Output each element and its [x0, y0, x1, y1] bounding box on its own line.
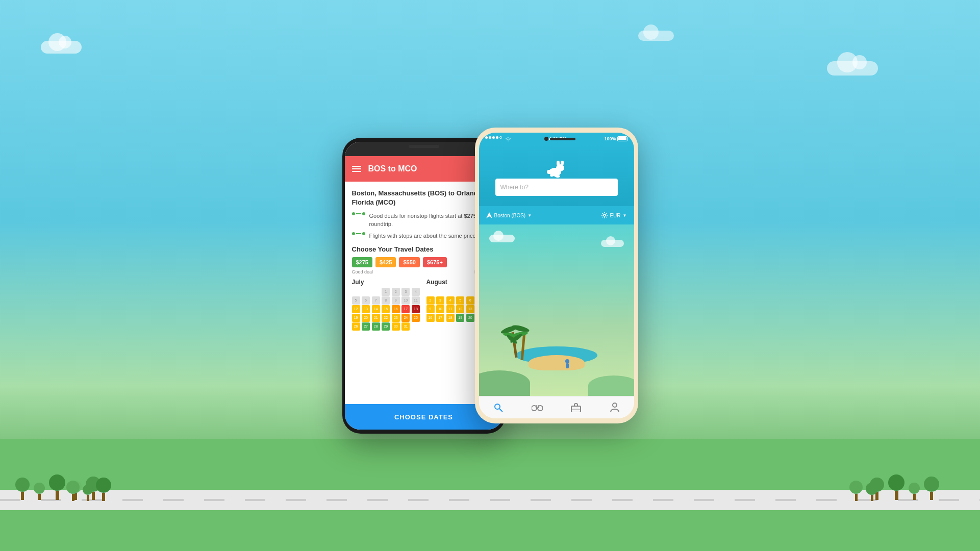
ios-battery-icon	[617, 136, 627, 141]
ios-battery-container: 100%	[604, 136, 627, 141]
cal-cell[interactable]: 5	[352, 296, 360, 305]
cal-cell[interactable]: 27	[362, 322, 370, 331]
calendar-section: July 1 2 3 4 5 6	[352, 279, 496, 331]
cal-cell[interactable]: 2	[392, 288, 400, 296]
cal-empty	[456, 288, 464, 296]
cal-cell[interactable]: 10	[436, 305, 444, 313]
cal-cell[interactable]: 4	[446, 296, 455, 305]
cal-cell[interactable]: 26	[352, 322, 360, 331]
iphone-inner: 4:21 PM 100%	[479, 133, 634, 418]
cal-cell[interactable]: 6	[466, 296, 474, 305]
cal-cell[interactable]: 11	[412, 296, 420, 305]
cal-cell[interactable]: 22	[382, 314, 390, 322]
cal-cell[interactable]: 19	[352, 314, 360, 322]
cal-cell[interactable]: 20	[362, 314, 370, 322]
cal-cell[interactable]: 5	[456, 296, 464, 305]
ios-main-content	[479, 224, 634, 396]
month-july-label: July	[352, 279, 421, 286]
rabbit-logo	[545, 161, 568, 179]
cal-cell[interactable]: 16	[426, 314, 435, 322]
palm-leaves-2	[512, 326, 530, 340]
cal-cell[interactable]: 1	[382, 288, 390, 296]
nav-search[interactable]	[492, 402, 505, 414]
right-trees-2	[849, 481, 878, 501]
cal-cell[interactable]: 14	[372, 305, 380, 313]
price-badge-ok: $425	[375, 257, 396, 267]
cal-cell[interactable]: 13	[466, 305, 474, 313]
cal-empty	[352, 288, 360, 296]
phones-container: 3G BOS to MCO Boston, Massachusetts (BOS…	[342, 117, 638, 434]
cal-cell[interactable]: 16	[392, 305, 400, 313]
ios-currency-label: EUR	[610, 213, 620, 218]
ios-currency-option[interactable]: EUR ▼	[601, 212, 626, 218]
cal-cell[interactable]: 30	[392, 322, 400, 331]
binoculars-icon	[532, 403, 543, 412]
cal-cell[interactable]: 12	[352, 305, 360, 313]
cal-cell[interactable]: 24	[401, 314, 410, 322]
cloud-center	[638, 31, 674, 41]
cal-empty	[372, 288, 380, 296]
cal-cell[interactable]: 19	[456, 314, 464, 322]
cal-empty	[426, 288, 435, 296]
ios-search-bar[interactable]: Where to?	[495, 179, 618, 196]
price-badge-high: $550	[399, 257, 419, 267]
cal-cell[interactable]: 7	[372, 296, 380, 305]
cal-cell[interactable]: 23	[392, 314, 400, 322]
cal-cell[interactable]: 4	[412, 288, 420, 296]
info-item-2: Flights with stops are about the same pr…	[352, 232, 496, 240]
ios-currency-chevron: ▼	[623, 213, 627, 218]
beach-person	[565, 359, 569, 368]
ios-dot-4	[496, 136, 498, 139]
cal-cell[interactable]: 21	[372, 314, 380, 322]
svg-point-11	[604, 214, 606, 216]
cal-cell[interactable]: 29	[382, 322, 390, 331]
palm-tree-2	[522, 332, 524, 360]
cal-cell[interactable]: 2	[426, 296, 435, 305]
cal-cell[interactable]: 3	[401, 288, 410, 296]
nav-trips[interactable]	[570, 402, 582, 414]
cal-empty	[436, 288, 444, 296]
svg-rect-18	[538, 405, 539, 408]
cal-cell[interactable]: 15	[382, 305, 390, 313]
cal-cell[interactable]: 17	[401, 305, 410, 313]
iphone: 4:21 PM 100%	[475, 128, 638, 423]
menu-icon[interactable]	[352, 166, 361, 172]
cal-cell[interactable]: 18	[446, 314, 455, 322]
cal-cell[interactable]: 18	[412, 305, 420, 313]
ios-location-option[interactable]: Boston (BOS) ▼	[486, 212, 532, 218]
svg-point-21	[613, 403, 617, 407]
cal-cell[interactable]: 6	[362, 296, 370, 305]
calendar-july: July 1 2 3 4 5 6	[352, 279, 421, 331]
cal-cell[interactable]: 13	[362, 305, 370, 313]
cal-cell[interactable]: 8	[382, 296, 390, 305]
cal-cell[interactable]: 31	[401, 322, 410, 331]
cal-cell[interactable]: 25	[412, 314, 420, 322]
cal-cell[interactable]: 17	[436, 314, 444, 322]
ios-dot-5	[499, 136, 502, 139]
ios-location-chevron: ▼	[527, 213, 532, 218]
cal-cell[interactable]: 20	[466, 314, 474, 322]
ios-dot-2	[489, 136, 491, 139]
svg-point-8	[547, 170, 551, 174]
hill-right	[588, 375, 634, 396]
cal-cell[interactable]: 10	[401, 296, 410, 305]
cal-cell[interactable]: 9	[392, 296, 400, 305]
right-trees	[870, 474, 939, 500]
svg-rect-17	[536, 405, 537, 408]
july-grid: 1 2 3 4 5 6 7 8 9 10 11	[352, 288, 421, 331]
cal-cell[interactable]: 3	[436, 296, 444, 305]
cal-cell[interactable]: 9	[426, 305, 435, 313]
nav-profile[interactable]	[609, 402, 621, 414]
iphone-speaker	[550, 138, 575, 140]
cal-empty	[446, 288, 455, 296]
illus-cloud-1	[489, 235, 515, 242]
nav-explore[interactable]	[531, 402, 543, 414]
cal-cell[interactable]: 28	[372, 322, 380, 331]
ios-battery-fill	[618, 137, 626, 140]
dot-line-icon-2	[352, 232, 365, 235]
island-sand	[529, 355, 585, 370]
gear-icon	[601, 212, 608, 218]
ios-dot-1	[485, 136, 488, 139]
cal-cell[interactable]: 12	[456, 305, 464, 313]
cal-cell[interactable]: 11	[446, 305, 455, 313]
